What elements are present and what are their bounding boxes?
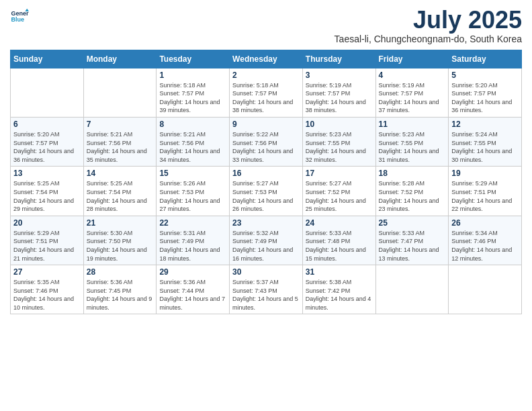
cell-info: Sunrise: 5:25 AMSunset: 7:54 PMDaylight:… bbox=[87, 179, 154, 213]
cell-info: Sunrise: 5:34 AMSunset: 7:46 PMDaylight:… bbox=[451, 229, 519, 263]
cell-info: Sunrise: 5:33 AMSunset: 7:47 PMDaylight:… bbox=[379, 229, 446, 263]
weekday-header-cell: Wednesday bbox=[230, 50, 303, 68]
calendar-cell: 18Sunrise: 5:28 AMSunset: 7:52 PMDayligh… bbox=[375, 167, 449, 216]
calendar-cell: 9Sunrise: 5:22 AMSunset: 7:56 PMDaylight… bbox=[230, 117, 303, 166]
cell-info: Sunrise: 5:33 AMSunset: 7:48 PMDaylight:… bbox=[306, 229, 373, 263]
day-number: 10 bbox=[306, 120, 373, 129]
day-number: 16 bbox=[232, 169, 300, 178]
calendar-cell: 15Sunrise: 5:26 AMSunset: 7:53 PMDayligh… bbox=[157, 167, 230, 216]
cell-info: Sunrise: 5:26 AMSunset: 7:53 PMDaylight:… bbox=[159, 179, 226, 213]
cell-info: Sunrise: 5:28 AMSunset: 7:52 PMDaylight:… bbox=[379, 179, 446, 213]
weekday-header-cell: Sunday bbox=[11, 50, 84, 68]
day-number: 6 bbox=[13, 120, 81, 129]
cell-info: Sunrise: 5:19 AMSunset: 7:57 PMDaylight:… bbox=[306, 81, 373, 115]
calendar-cell: 1Sunrise: 5:18 AMSunset: 7:57 PMDaylight… bbox=[157, 68, 230, 117]
calendar-cell: 17Sunrise: 5:27 AMSunset: 7:52 PMDayligh… bbox=[302, 167, 375, 216]
cell-info: Sunrise: 5:30 AMSunset: 7:50 PMDaylight:… bbox=[87, 229, 154, 263]
month-year-title: July 2025 bbox=[335, 7, 522, 34]
calendar-cell: 5Sunrise: 5:20 AMSunset: 7:57 PMDaylight… bbox=[449, 68, 522, 117]
cell-info: Sunrise: 5:21 AMSunset: 7:56 PMDaylight:… bbox=[159, 130, 226, 164]
cell-info: Sunrise: 5:36 AMSunset: 7:45 PMDaylight:… bbox=[87, 278, 154, 312]
calendar-body: 1Sunrise: 5:18 AMSunset: 7:57 PMDaylight… bbox=[11, 68, 522, 314]
day-number: 2 bbox=[232, 71, 300, 80]
cell-info: Sunrise: 5:35 AMSunset: 7:46 PMDaylight:… bbox=[13, 278, 81, 312]
cell-info: Sunrise: 5:22 AMSunset: 7:56 PMDaylight:… bbox=[232, 130, 300, 164]
calendar-cell: 10Sunrise: 5:23 AMSunset: 7:55 PMDayligh… bbox=[302, 117, 375, 166]
day-number: 14 bbox=[87, 169, 154, 178]
calendar-cell: 25Sunrise: 5:33 AMSunset: 7:47 PMDayligh… bbox=[375, 216, 449, 265]
calendar-cell: 23Sunrise: 5:32 AMSunset: 7:49 PMDayligh… bbox=[230, 216, 303, 265]
calendar-week-row: 20Sunrise: 5:29 AMSunset: 7:51 PMDayligh… bbox=[11, 216, 522, 265]
calendar-cell: 28Sunrise: 5:36 AMSunset: 7:45 PMDayligh… bbox=[83, 265, 157, 314]
calendar-cell: 2Sunrise: 5:18 AMSunset: 7:57 PMDaylight… bbox=[230, 68, 303, 117]
calendar-cell: 11Sunrise: 5:23 AMSunset: 7:55 PMDayligh… bbox=[375, 117, 449, 166]
day-number: 24 bbox=[306, 218, 373, 228]
calendar-cell: 8Sunrise: 5:21 AMSunset: 7:56 PMDaylight… bbox=[157, 117, 230, 166]
day-number: 28 bbox=[87, 267, 154, 277]
calendar-cell: 3Sunrise: 5:19 AMSunset: 7:57 PMDaylight… bbox=[302, 68, 375, 117]
day-number: 7 bbox=[87, 120, 154, 129]
calendar-cell: 7Sunrise: 5:21 AMSunset: 7:56 PMDaylight… bbox=[83, 117, 157, 166]
weekday-header-cell: Saturday bbox=[449, 50, 522, 68]
cell-info: Sunrise: 5:29 AMSunset: 7:51 PMDaylight:… bbox=[451, 179, 519, 213]
day-number: 25 bbox=[379, 218, 446, 228]
day-number: 12 bbox=[451, 120, 519, 129]
cell-info: Sunrise: 5:27 AMSunset: 7:53 PMDaylight:… bbox=[232, 179, 300, 213]
weekday-header-cell: Monday bbox=[83, 50, 157, 68]
calendar-cell: 22Sunrise: 5:31 AMSunset: 7:49 PMDayligh… bbox=[157, 216, 230, 265]
cell-info: Sunrise: 5:23 AMSunset: 7:55 PMDaylight:… bbox=[306, 130, 373, 164]
day-number: 11 bbox=[379, 120, 446, 129]
day-number: 13 bbox=[13, 169, 81, 178]
cell-info: Sunrise: 5:18 AMSunset: 7:57 PMDaylight:… bbox=[159, 81, 226, 115]
day-number: 15 bbox=[159, 169, 226, 178]
day-number: 27 bbox=[13, 267, 81, 277]
calendar-cell: 29Sunrise: 5:36 AMSunset: 7:44 PMDayligh… bbox=[157, 265, 230, 314]
day-number: 18 bbox=[379, 169, 446, 178]
calendar-cell: 20Sunrise: 5:29 AMSunset: 7:51 PMDayligh… bbox=[11, 216, 84, 265]
calendar-week-row: 1Sunrise: 5:18 AMSunset: 7:57 PMDaylight… bbox=[11, 68, 522, 117]
calendar-cell: 26Sunrise: 5:34 AMSunset: 7:46 PMDayligh… bbox=[449, 216, 522, 265]
calendar-cell: 16Sunrise: 5:27 AMSunset: 7:53 PMDayligh… bbox=[230, 167, 303, 216]
cell-info: Sunrise: 5:24 AMSunset: 7:55 PMDaylight:… bbox=[451, 130, 519, 164]
calendar-cell bbox=[11, 68, 84, 117]
day-number: 8 bbox=[159, 120, 226, 129]
day-number: 29 bbox=[159, 267, 226, 277]
calendar-cell: 12Sunrise: 5:24 AMSunset: 7:55 PMDayligh… bbox=[449, 117, 522, 166]
calendar-table: SundayMondayTuesdayWednesdayThursdayFrid… bbox=[10, 50, 522, 315]
day-number: 26 bbox=[451, 218, 519, 228]
day-number: 1 bbox=[159, 71, 226, 80]
cell-info: Sunrise: 5:29 AMSunset: 7:51 PMDaylight:… bbox=[13, 229, 81, 263]
calendar-cell bbox=[83, 68, 157, 117]
cell-info: Sunrise: 5:23 AMSunset: 7:55 PMDaylight:… bbox=[379, 130, 446, 164]
cell-info: Sunrise: 5:31 AMSunset: 7:49 PMDaylight:… bbox=[159, 229, 226, 263]
day-number: 22 bbox=[159, 218, 226, 228]
calendar-cell: 14Sunrise: 5:25 AMSunset: 7:54 PMDayligh… bbox=[83, 167, 157, 216]
day-number: 5 bbox=[451, 71, 519, 80]
page-header: General Blue July 2025 Taesal-li, Chungc… bbox=[10, 7, 522, 44]
calendar-cell bbox=[449, 265, 522, 314]
calendar-cell: 21Sunrise: 5:30 AMSunset: 7:50 PMDayligh… bbox=[83, 216, 157, 265]
calendar-cell bbox=[375, 265, 449, 314]
calendar-cell: 13Sunrise: 5:25 AMSunset: 7:54 PMDayligh… bbox=[11, 167, 84, 216]
calendar-week-row: 27Sunrise: 5:35 AMSunset: 7:46 PMDayligh… bbox=[11, 265, 522, 314]
cell-info: Sunrise: 5:37 AMSunset: 7:43 PMDaylight:… bbox=[232, 278, 300, 312]
day-number: 4 bbox=[379, 71, 446, 80]
day-number: 31 bbox=[306, 267, 373, 277]
logo-icon: General Blue bbox=[10, 7, 29, 26]
cell-info: Sunrise: 5:32 AMSunset: 7:49 PMDaylight:… bbox=[232, 229, 300, 263]
cell-info: Sunrise: 5:19 AMSunset: 7:57 PMDaylight:… bbox=[379, 81, 446, 115]
calendar-cell: 30Sunrise: 5:37 AMSunset: 7:43 PMDayligh… bbox=[230, 265, 303, 314]
title-block: July 2025 Taesal-li, Chungcheongnam-do, … bbox=[335, 7, 522, 44]
calendar-cell: 27Sunrise: 5:35 AMSunset: 7:46 PMDayligh… bbox=[11, 265, 84, 314]
cell-info: Sunrise: 5:38 AMSunset: 7:42 PMDaylight:… bbox=[306, 278, 373, 312]
cell-info: Sunrise: 5:36 AMSunset: 7:44 PMDaylight:… bbox=[159, 278, 226, 312]
day-number: 9 bbox=[232, 120, 300, 129]
calendar-cell: 31Sunrise: 5:38 AMSunset: 7:42 PMDayligh… bbox=[302, 265, 375, 314]
cell-info: Sunrise: 5:21 AMSunset: 7:56 PMDaylight:… bbox=[87, 130, 154, 164]
day-number: 30 bbox=[232, 267, 300, 277]
day-number: 20 bbox=[13, 218, 81, 228]
calendar-week-row: 6Sunrise: 5:20 AMSunset: 7:57 PMDaylight… bbox=[11, 117, 522, 166]
day-number: 21 bbox=[87, 218, 154, 228]
calendar-cell: 19Sunrise: 5:29 AMSunset: 7:51 PMDayligh… bbox=[449, 167, 522, 216]
cell-info: Sunrise: 5:18 AMSunset: 7:57 PMDaylight:… bbox=[232, 81, 300, 115]
